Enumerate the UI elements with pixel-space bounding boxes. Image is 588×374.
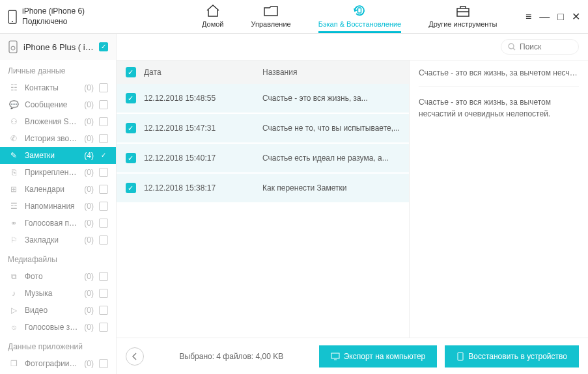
sidebar-item-bookmarks[interactable]: ⚐Закладки(0) xyxy=(0,232,116,248)
phone-icon: ✆ xyxy=(8,134,20,143)
checkbox[interactable] xyxy=(99,359,108,368)
checkbox[interactable] xyxy=(99,235,108,245)
table-row[interactable]: 12.12.2018 15:47:31 Счастье не то, что в… xyxy=(117,114,409,144)
svg-point-6 xyxy=(509,44,514,49)
checkbox[interactable] xyxy=(99,83,108,92)
row-checkbox[interactable] xyxy=(126,153,136,163)
svg-point-1 xyxy=(12,21,13,22)
column-title[interactable]: Названия xyxy=(262,68,400,77)
svg-point-5 xyxy=(11,46,15,50)
restore-icon xyxy=(351,3,368,18)
toolbox-icon xyxy=(455,3,471,18)
sidebar-item-video[interactable]: ▷Видео(0) xyxy=(0,302,116,319)
section-personal: Личные данные xyxy=(0,60,116,79)
calendar-icon: ⊞ xyxy=(8,185,20,194)
paperclip-icon: ⎘ xyxy=(8,168,20,177)
row-checkbox[interactable] xyxy=(126,183,136,193)
window-controls: ≡ — □ ✕ xyxy=(525,10,580,23)
column-date[interactable]: Дата xyxy=(144,68,255,77)
checkbox[interactable] xyxy=(99,323,108,332)
checkbox[interactable] xyxy=(99,219,108,228)
phone-icon xyxy=(8,10,17,24)
svg-rect-10 xyxy=(458,353,463,360)
music-icon: ♪ xyxy=(8,289,20,298)
list-icon: ☲ xyxy=(8,202,20,211)
selection-status: Выбрано: 4 файлов: 4,00 KB xyxy=(152,352,311,361)
app-photo-icon: ❒ xyxy=(8,359,20,368)
list-header: Дата Названия xyxy=(117,60,409,84)
checkbox[interactable] xyxy=(99,168,108,177)
device-checkbox[interactable] xyxy=(99,42,108,51)
sidebar-item-notes[interactable]: ✎Заметки(4) xyxy=(0,147,116,164)
checkbox[interactable] xyxy=(99,185,108,194)
sidebar-device-select[interactable]: iPhone 6 Plus ( iPhone... xyxy=(0,34,116,60)
checkbox[interactable] xyxy=(99,306,108,315)
checkbox[interactable] xyxy=(99,272,108,281)
close-icon[interactable]: ✕ xyxy=(572,10,580,23)
contact-icon: ☷ xyxy=(8,83,20,92)
minimize-icon[interactable]: — xyxy=(539,11,550,23)
sidebar-item-reminders[interactable]: ☲Напоминания(0) xyxy=(0,198,116,215)
maximize-icon[interactable]: □ xyxy=(557,11,564,23)
notes-list: Дата Названия 12.12.2018 15:48:55 Счасть… xyxy=(117,60,409,338)
sidebar-item-call-history[interactable]: ✆История звонков(0) xyxy=(0,130,116,147)
sidebar-item-calendars[interactable]: ⊞Календари(0) xyxy=(0,181,116,198)
sidebar-item-sms-attachments[interactable]: ⚇Вложения SMS(0) xyxy=(0,113,116,130)
checkbox[interactable] xyxy=(99,100,108,109)
main-nav: Домой Управление Бэкап & Восстановление … xyxy=(202,3,497,31)
preview-body: Счастье - это вся жизнь, за вычетом несч… xyxy=(419,96,579,120)
nav-backup-restore[interactable]: Бэкап & Восстановление xyxy=(318,3,402,33)
table-row[interactable]: 12.12.2018 15:40:17 Счастье есть идеал н… xyxy=(117,144,409,174)
photo-icon: ⧉ xyxy=(8,272,20,281)
table-row[interactable]: 12.12.2018 15:48:55 Счастье - это вся жи… xyxy=(117,84,409,114)
sidebar-item-voicemail[interactable]: ⚭Голосовая почта(0) xyxy=(0,215,116,232)
svg-rect-3 xyxy=(457,8,469,16)
sidebar-item-app-photos[interactable]: ❒Фотографии прилож...(0) xyxy=(0,355,116,372)
select-all-checkbox[interactable] xyxy=(126,67,136,77)
bookmark-icon: ⚐ xyxy=(8,235,20,245)
section-appdata: Данные приложений xyxy=(0,336,116,355)
attachment-icon: ⚇ xyxy=(8,117,20,126)
checkbox[interactable] xyxy=(99,289,108,298)
row-checkbox[interactable] xyxy=(126,93,136,103)
export-button[interactable]: Экспорт на компьютер xyxy=(319,345,438,367)
chevron-left-icon xyxy=(132,353,138,360)
connected-device: iPhone (iPhone 6) Подключено xyxy=(8,7,164,27)
nav-tools[interactable]: Другие инструменты xyxy=(428,3,497,31)
restore-button[interactable]: Восстановить в устройство xyxy=(445,345,579,367)
checkbox[interactable] xyxy=(99,117,108,126)
checkbox[interactable] xyxy=(99,134,108,143)
sidebar-item-note-attachments[interactable]: ⎘Прикрепленные фай...(0) xyxy=(0,164,116,181)
sidebar-item-contacts[interactable]: ☷Контакты(0) xyxy=(0,79,116,96)
preview-title: Счастье - это вся жизнь, за вычетом несч… xyxy=(419,68,579,87)
svg-rect-2 xyxy=(358,8,361,13)
message-icon: 💬 xyxy=(8,100,20,109)
sidebar: iPhone 6 Plus ( iPhone... Личные данные … xyxy=(0,34,117,374)
phone-lock-icon xyxy=(8,40,18,53)
monitor-icon xyxy=(331,353,340,360)
sidebar-item-voice-memos[interactable]: ⍉Голосовые заметки(0) xyxy=(0,319,116,336)
menu-icon[interactable]: ≡ xyxy=(525,11,531,23)
video-icon: ▷ xyxy=(8,306,20,315)
preview-pane: Счастье - это вся жизнь, за вычетом несч… xyxy=(409,60,588,338)
home-icon xyxy=(204,3,221,18)
nav-manage[interactable]: Управление xyxy=(251,3,291,31)
sidebar-item-music[interactable]: ♪Музыка(0) xyxy=(0,285,116,302)
nav-home[interactable]: Домой xyxy=(202,3,224,31)
footer: Выбрано: 4 файлов: 4,00 KB Экспорт на ко… xyxy=(117,338,588,374)
back-button[interactable] xyxy=(126,347,144,366)
sidebar-item-photos[interactable]: ⧉Фото(0) xyxy=(0,268,116,285)
row-checkbox[interactable] xyxy=(126,123,136,133)
sidebar-item-messages[interactable]: 💬Сообщение(0) xyxy=(0,96,116,113)
checkbox[interactable] xyxy=(99,202,108,211)
titlebar: iPhone (iPhone 6) Подключено Домой Управ… xyxy=(0,0,588,34)
search-box[interactable] xyxy=(501,39,579,55)
folder-icon xyxy=(262,3,279,18)
checkbox[interactable] xyxy=(99,151,108,160)
search-input[interactable] xyxy=(520,42,572,51)
device-name: iPhone (iPhone 6) xyxy=(22,7,85,17)
section-media: Медиафайлы xyxy=(0,248,116,268)
main-area: Дата Названия 12.12.2018 15:48:55 Счасть… xyxy=(117,34,588,374)
svg-rect-4 xyxy=(9,41,17,53)
table-row[interactable]: 12.12.2018 15:38:17 Как перенести Заметк… xyxy=(117,174,409,204)
